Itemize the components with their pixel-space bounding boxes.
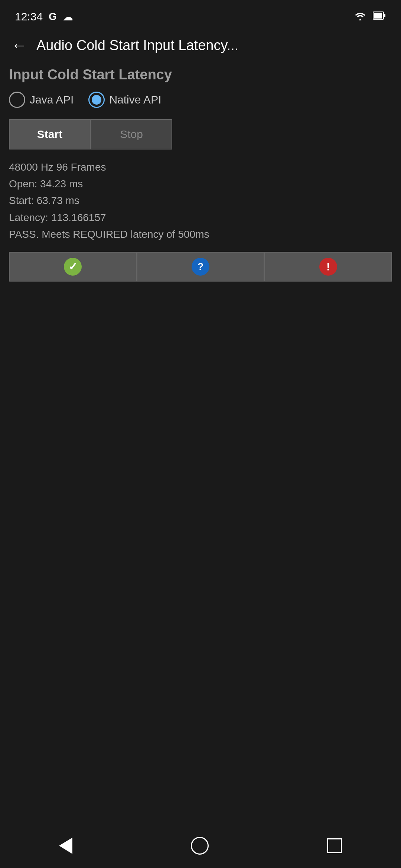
back-nav-icon <box>59 838 72 854</box>
stop-button[interactable]: Stop <box>91 119 172 149</box>
info-hz-frames: 48000 Hz 96 Frames <box>9 160 392 174</box>
info-pass: PASS. Meets REQUIRED latency of 500ms <box>9 227 392 241</box>
home-nav-icon <box>191 837 209 855</box>
native-api-radio-circle <box>88 92 105 108</box>
java-api-label: Java API <box>30 93 74 106</box>
pass-icon: ✓ <box>64 258 82 276</box>
svg-rect-2 <box>374 13 382 19</box>
bottom-nav <box>0 823 401 868</box>
nav-home-button[interactable] <box>191 837 209 855</box>
recent-nav-icon <box>327 838 342 853</box>
cloud-icon: ☁ <box>63 11 73 23</box>
java-api-radio-circle <box>9 92 25 108</box>
status-bar: 12:34 G ☁ <box>0 0 401 30</box>
api-radio-group: Java API Native API <box>9 92 392 108</box>
help-icon: ? <box>192 258 209 276</box>
error-icon: ! <box>319 258 337 276</box>
main-content: Input Cold Start Latency Java API Native… <box>0 61 401 823</box>
back-button[interactable]: ← <box>11 37 27 53</box>
svg-rect-1 <box>384 14 385 17</box>
status-time: 12:34 <box>15 10 43 23</box>
battery-icon <box>373 10 386 24</box>
start-button[interactable]: Start <box>9 119 91 149</box>
google-icon: G <box>49 11 57 23</box>
native-api-radio-inner <box>92 95 101 105</box>
native-api-radio[interactable]: Native API <box>88 92 161 108</box>
info-text-block: 48000 Hz 96 Frames Open: 34.23 ms Start:… <box>9 160 392 241</box>
toolbar: ← Audio Cold Start Input Latency... <box>0 30 401 61</box>
wifi-icon <box>353 10 367 24</box>
section-title: Input Cold Start Latency <box>9 67 392 83</box>
status-left: 12:34 G ☁ <box>15 10 73 23</box>
java-api-radio[interactable]: Java API <box>9 92 74 108</box>
nav-recent-button[interactable] <box>327 838 342 853</box>
info-latency: Latency: 113.166157 <box>9 210 392 225</box>
control-buttons: Start Stop <box>9 119 392 149</box>
info-start: Start: 63.73 ms <box>9 193 392 208</box>
pass-status-button[interactable]: ✓ <box>9 252 137 282</box>
status-right <box>353 10 386 24</box>
toolbar-title: Audio Cold Start Input Latency... <box>36 37 390 53</box>
native-api-label: Native API <box>109 93 161 106</box>
nav-back-button[interactable] <box>59 838 72 854</box>
info-open: Open: 34.23 ms <box>9 177 392 191</box>
status-icons-row: ✓ ? ! <box>9 252 392 282</box>
error-status-button[interactable]: ! <box>264 252 392 282</box>
help-status-button[interactable]: ? <box>137 252 264 282</box>
